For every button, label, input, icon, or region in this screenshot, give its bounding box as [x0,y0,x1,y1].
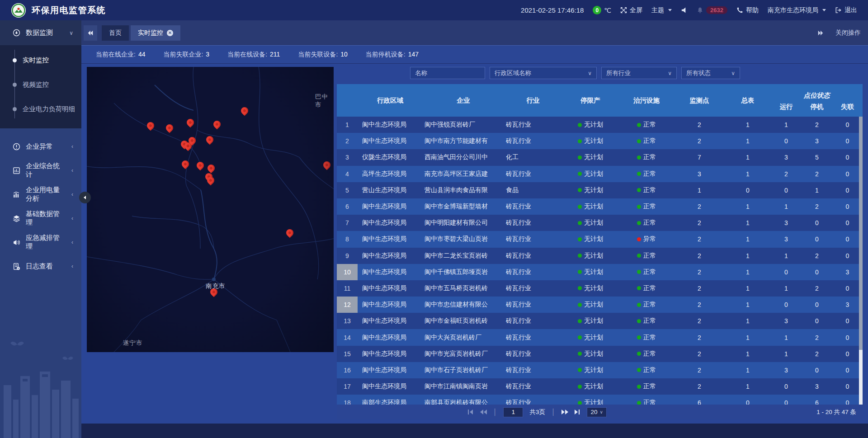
scrollbar-thumb[interactable] [859,117,863,350]
close-operations-dropdown[interactable]: 关闭操作 [835,29,861,37]
previous-page-button[interactable] [480,410,487,414]
stop-status-dot [578,221,582,225]
district-cell: 阆中生态环境局 [358,252,423,260]
lost-cell: 0 [832,137,863,145]
facility-status-dot [637,237,641,241]
sidebar-item-data-monitor[interactable]: 数据监测 ∨ [0,20,81,45]
company-cell: 阆中市二龙长宝页岩砖 [423,252,504,260]
meters-cell: 1 [725,268,771,276]
help-button[interactable]: 帮助 [736,6,759,14]
points-cell: 2 [674,301,725,308]
facility-text: 正常 [643,186,656,194]
chevron-down-icon [822,9,826,11]
table-row[interactable]: 5 营山生态环境局 营山县润丰肉食品有限 食品 无计划 正常 1 0 0 1 0 [337,182,863,198]
company-cell: 阆中市石子页岩机砖厂 [423,366,504,374]
table-row[interactable]: 1 阆中生态环境局 阆中强锐页岩砖厂 砖瓦行业 无计划 正常 2 1 1 2 0 [337,117,863,133]
facility-cell: 正常 [619,268,674,276]
sidebar-item-log-view[interactable]: 日志查看 ‹ [0,254,81,278]
logout-button[interactable]: 退出 [835,6,857,14]
table-row[interactable]: 12 阆中生态环境局 阆中市忠信建材有限公 砖瓦行业 无计划 正常 2 1 0 … [337,297,863,313]
org-dropdown[interactable]: 南充市生态环境局 [768,6,826,14]
table-row[interactable]: 8 阆中生态环境局 阆中市枣碧大梁山页岩 砖瓦行业 无计划 异常 2 1 3 0… [337,231,863,247]
facility-cell: 正常 [619,219,674,227]
page-number-input[interactable] [503,407,523,417]
table-row[interactable]: 14 阆中生态环境局 阆中大兴页岩机砖厂 砖瓦行业 无计划 正常 2 1 1 2… [337,329,863,345]
status-filter-select[interactable]: 所有状态 ∨ [681,67,740,79]
sidebar-item-emergency-reduction[interactable]: 应急减排管理 ‹ [0,231,81,254]
table-row[interactable]: 2 阆中生态环境局 阆中市南方节能建材有 砖瓦行业 无计划 正常 2 1 0 3… [337,133,863,149]
name-filter-input[interactable] [415,70,480,76]
sidebar-item-label: 应急减排管理 [26,234,66,251]
last-page-button[interactable] [575,410,580,414]
table-row[interactable]: 11 阆中生态环境局 阆中市五马桥页岩机砖 砖瓦行业 无计划 正常 2 1 1 … [337,280,863,297]
facility-text: 正常 [643,301,656,309]
total-pages-label: 共3页 [529,408,545,416]
sidebar-item-label: 日志查看 [26,262,53,271]
submenu-item-label: 实时监控 [23,56,49,65]
stat-online-enterprises: 当前在线企业:44 [96,51,145,59]
column-group-point-status: 点位状态 运行 停机 失联 [771,84,863,117]
stop-plan-text: 无计划 [584,137,603,145]
table-row[interactable]: 7 阆中生态环境局 阆中明阳建材有限公司 砖瓦行业 无计划 正常 2 1 3 0… [337,215,863,231]
region-filter-select[interactable]: 行政区域名称 ∨ [490,67,597,79]
column-header-stop-plan: 停限产 [562,84,619,117]
facility-cell: 正常 [619,153,674,161]
table-row[interactable]: 4 高坪生态环境局 南充市高坪区王家店建 砖瓦行业 无计划 正常 3 1 2 2… [337,166,863,182]
table-row[interactable]: 3 仪陇生态环境局 西南油气田分公司川中 化工 无计划 正常 7 1 3 5 0 [337,149,863,165]
notifications[interactable]: 2632 [697,6,727,14]
table-row[interactable]: 10 阆中生态环境局 阆中千佛镇五郎垭页岩 砖瓦行业 无计划 正常 2 1 0 … [337,264,863,280]
main-content: 首页 实时监控 ✕ 关闭操作 当前在线企业:44 当前失联企业:3 当前在线设备… [81,20,868,438]
theme-dropdown[interactable]: 主题 [651,6,672,14]
org-label: 南充市生态环境局 [768,6,818,14]
lost-cell: 0 [832,367,863,374]
table-row[interactable]: 16 阆中生态环境局 阆中市石子页岩机砖厂 砖瓦行业 无计划 正常 2 1 3 … [337,362,863,378]
points-cell: 2 [674,203,725,210]
bullet-icon [13,107,17,111]
facility-cell: 正常 [619,284,674,292]
notification-count-badge: 2632 [706,6,727,14]
next-page-button[interactable] [561,410,568,414]
district-cell: 阆中生态环境局 [358,203,423,211]
close-tab-icon[interactable]: ✕ [167,30,173,36]
industry-cell: 砖瓦行业 [504,317,562,325]
industry-filter-select[interactable]: 所有行业 ∨ [601,67,677,79]
panel-collapse-handle[interactable] [79,192,91,203]
table-row[interactable]: 15 阆中生态环境局 阆中市光富页岩机砖厂 砖瓦行业 无计划 正常 2 1 1 … [337,346,863,362]
tabs-scroll-left-button[interactable] [84,25,97,41]
stop-plan-cell: 无计划 [562,186,619,194]
points-cell: 2 [674,334,725,341]
facility-status-dot [637,188,641,192]
facility-text: 正常 [643,284,656,292]
table-row[interactable]: 13 阆中生态环境局 阆中市金福旺页岩机砖 砖瓦行业 无计划 正常 2 1 3 … [337,313,863,329]
industry-cell: 砖瓦行业 [504,137,562,145]
table-row[interactable]: 17 阆中生态环境局 阆中市江南镇阆南页岩 砖瓦行业 无计划 正常 2 1 0 … [337,378,863,395]
industry-cell: 砖瓦行业 [504,382,562,391]
sound-button[interactable] [681,7,688,14]
tab-realtime-monitor[interactable]: 实时监控 ✕ [131,25,180,41]
first-page-button[interactable] [468,410,474,414]
sidebar-item-power-load-detail[interactable]: 企业电力负荷明细 [0,97,81,121]
sidebar-item-power-analysis[interactable]: 企业用电量分析 ‹ [0,183,81,206]
stop-plan-cell: 无计划 [562,301,619,309]
industry-cell: 砖瓦行业 [504,121,562,129]
tabs-scroll-right-button[interactable] [817,30,824,36]
tab-home[interactable]: 首页 [102,25,129,41]
facility-cell: 异常 [619,235,674,243]
sidebar-item-realtime-monitor[interactable]: 实时监控 [0,48,81,72]
table-row[interactable]: 6 阆中生态环境局 阆中市金博瑞新型墙材 砖瓦行业 无计划 正常 2 1 1 2… [337,198,863,215]
theme-label: 主题 [651,6,664,14]
district-cell: 仪陇生态环境局 [358,153,423,161]
sidebar-item-base-data[interactable]: 基础数据管理 ‹ [0,207,81,230]
sidebar-item-enterprise-statistics[interactable]: 企业综合统计 ‹ [0,159,81,182]
sidebar-item-video-monitor[interactable]: 视频监控 [0,72,81,97]
map-roads [87,67,334,352]
sidebar-item-enterprise-abnormal[interactable]: 企业异常 ‹ [0,135,81,158]
industry-cell: 砖瓦行业 [504,350,562,358]
map-canvas[interactable]: 巴中市南充市遂宁市 [87,67,334,352]
page-size-select[interactable]: 20 ∨ [587,407,606,417]
column-header-district: 行政区域 [358,84,423,117]
stop-status-dot [578,303,582,307]
table-row[interactable]: 18 南部生态环境局 南部县页岩机砖有限公 砖瓦行业 无计划 正常 6 0 0 … [337,395,863,405]
fullscreen-button[interactable]: 全屏 [620,6,642,14]
table-row[interactable]: 9 阆中生态环境局 阆中市二龙长宝页岩砖 砖瓦行业 无计划 正常 2 1 1 2… [337,248,863,264]
